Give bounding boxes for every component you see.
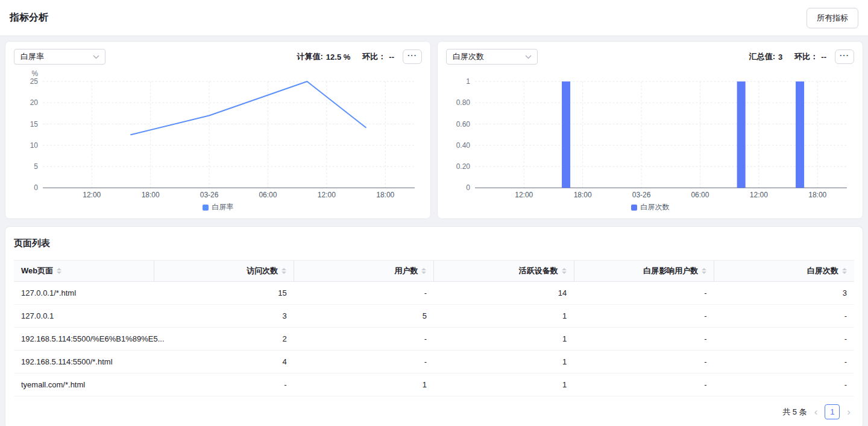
svg-text:20: 20	[30, 98, 39, 107]
metric-select-value: 白屏次数	[453, 51, 484, 62]
chevron-down-icon	[93, 55, 99, 59]
table-cell: 1	[434, 305, 574, 328]
total-count-label: 共 5 条	[782, 407, 807, 418]
sort-icon[interactable]	[421, 268, 426, 274]
table-cell: -	[574, 351, 714, 374]
svg-text:12:00: 12:00	[750, 191, 768, 199]
main-content: 白屏率 计算值: 12.5 % 环比： -- ···	[0, 36, 868, 426]
metric-stats: 计算值: 12.5 % 环比： --	[297, 51, 395, 62]
column-header[interactable]: 白屏次数	[714, 261, 854, 282]
table-cell: -	[294, 351, 434, 374]
current-page-button[interactable]: 1	[825, 404, 840, 419]
page-url-cell[interactable]: 192.168.5.114:5500/%E6%B1%89%E5...	[14, 328, 154, 351]
prev-page-button[interactable]: ‹	[814, 407, 818, 417]
sort-icon[interactable]	[281, 268, 286, 274]
all-metrics-button[interactable]: 所有指标	[807, 8, 858, 28]
metric-charts-row: 白屏率 计算值: 12.5 % 环比： -- ···	[5, 41, 863, 219]
metric-card-white-screen-rate: 白屏率 计算值: 12.5 % 环比： -- ···	[5, 41, 431, 219]
sort-icon[interactable]	[702, 268, 706, 274]
next-page-button[interactable]: ›	[847, 407, 851, 417]
table-cell: -	[294, 282, 434, 305]
column-header[interactable]: 活跃设备数	[434, 261, 574, 282]
sort-icon[interactable]	[57, 268, 61, 274]
legend-label: 白屏率	[212, 202, 234, 212]
page-url-cell[interactable]: 192.168.5.114:5500/*.html	[14, 351, 154, 374]
metric-select-value: 白屏率	[20, 51, 44, 62]
table-cell: 5	[294, 305, 434, 328]
column-header-label: 访问次数	[247, 265, 278, 276]
svg-text:18:00: 18:00	[574, 191, 592, 199]
legend-swatch	[203, 205, 209, 211]
column-header-label: 白屏次数	[807, 265, 838, 276]
column-header-label: 活跃设备数	[519, 265, 558, 276]
svg-text:06:00: 06:00	[259, 191, 277, 199]
svg-text:12:00: 12:00	[515, 191, 533, 199]
metric-select-count[interactable]: 白屏次数	[446, 49, 538, 65]
svg-text:12:00: 12:00	[318, 191, 336, 199]
table-row[interactable]: 127.0.0.1/*.html15-14-3	[14, 282, 854, 305]
svg-text:0: 0	[466, 183, 470, 192]
column-header-label: 白屏影响用户数	[643, 265, 698, 276]
ratio-label: 环比：	[794, 51, 818, 62]
column-header-label: 用户数	[394, 265, 418, 276]
summary-value: 3	[778, 52, 782, 62]
table-cell: -	[714, 374, 854, 396]
computed-value: 12.5 %	[326, 52, 350, 62]
svg-text:03-26: 03-26	[632, 191, 651, 199]
table-row[interactable]: tyemall.com/*.html-11--	[14, 374, 854, 396]
metric-select-rate[interactable]: 白屏率	[14, 49, 105, 65]
table-cell: 1	[294, 374, 434, 396]
metric-stats: 汇总值: 3 环比： --	[749, 51, 826, 62]
table-cell: 15	[154, 282, 294, 305]
table-cell: 1	[434, 328, 574, 351]
table-row[interactable]: 192.168.5.114:5500/%E6%B1%89%E5...2-1--	[14, 328, 854, 351]
column-header[interactable]: 用户数	[294, 261, 434, 282]
svg-text:5: 5	[34, 162, 38, 171]
table-cell: 2	[154, 328, 294, 351]
page-url-cell[interactable]: tyemall.com/*.html	[14, 374, 154, 396]
svg-text:0.60: 0.60	[456, 120, 471, 129]
page-title: 指标分析	[10, 11, 48, 24]
table-cell: 1	[434, 351, 574, 374]
chevron-down-icon	[525, 55, 532, 59]
svg-text:18:00: 18:00	[142, 191, 160, 199]
more-options-button[interactable]: ···	[835, 49, 854, 64]
table-cell: -	[714, 328, 854, 351]
svg-text:%: %	[31, 69, 38, 78]
page-list-card: 页面列表 Web页面访问次数用户数活跃设备数白屏影响用户数白屏次数 127.0.…	[5, 226, 863, 426]
more-options-button[interactable]: ···	[403, 49, 422, 64]
svg-text:25: 25	[30, 77, 39, 86]
sort-icon[interactable]	[842, 268, 847, 274]
table-cell: 1	[434, 374, 574, 396]
pagination: 共 5 条 ‹ 1 ›	[14, 396, 854, 425]
svg-text:18:00: 18:00	[376, 191, 394, 199]
table-row[interactable]: 127.0.0.1351--	[14, 305, 854, 328]
page-url-cell[interactable]: 127.0.0.1/*.html	[14, 282, 154, 305]
metric-card-white-screen-count: 白屏次数 汇总值: 3 环比： -- ··· 12	[437, 41, 863, 219]
sort-icon[interactable]	[562, 268, 567, 274]
page-header: 指标分析 所有指标	[0, 0, 868, 36]
table-cell: 14	[434, 282, 574, 305]
column-header[interactable]: 白屏影响用户数	[574, 261, 714, 282]
column-header[interactable]: 访问次数	[154, 261, 294, 282]
table-row[interactable]: 192.168.5.114:5500/*.html4-1--	[14, 351, 854, 374]
ratio-value: --	[821, 52, 826, 62]
svg-text:06:00: 06:00	[691, 191, 709, 199]
table-cell: -	[574, 328, 714, 351]
ratio-value: --	[389, 52, 394, 62]
svg-text:1: 1	[466, 77, 470, 86]
svg-text:10: 10	[30, 141, 39, 150]
page-url-cell[interactable]: 127.0.0.1	[14, 305, 154, 328]
svg-text:15: 15	[30, 120, 39, 129]
svg-text:12:00: 12:00	[83, 191, 101, 199]
white-screen-rate-chart: 12:0018:0003-2606:0012:0018:000510152025…	[14, 67, 422, 201]
legend-label: 白屏次数	[641, 202, 670, 212]
table-cell: -	[574, 282, 714, 305]
svg-text:18:00: 18:00	[808, 191, 826, 199]
column-header[interactable]: Web页面	[14, 261, 154, 282]
table-cell: -	[574, 374, 714, 396]
computed-value-label: 计算值:	[297, 51, 323, 62]
table-cell: -	[714, 351, 854, 374]
table-cell: -	[154, 374, 294, 396]
svg-text:0.80: 0.80	[456, 98, 471, 107]
